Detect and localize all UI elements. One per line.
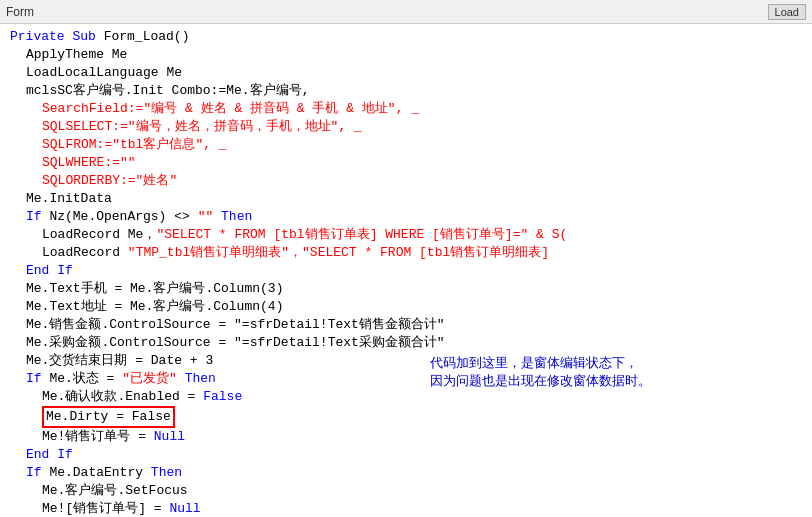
- line-content: If Me.状态 = "已发货" Then: [0, 370, 216, 388]
- line-content: Me.销售金额.ControlSource = "=sfrDetail!Text…: [0, 316, 445, 334]
- code-token: Me!销售订单号 =: [42, 429, 154, 444]
- code-token: Me![销售订单号] =: [42, 501, 169, 516]
- code-token: Me.DataEntry: [49, 465, 150, 480]
- code-line: End If: [0, 262, 812, 280]
- code-line: LoadRecord "TMP_tbl销售订单明细表"，"SELECT * FR…: [0, 244, 812, 262]
- code-line: End If: [0, 446, 812, 464]
- code-line: Me.InitData: [0, 190, 812, 208]
- code-line: mclsSC客户编号.Init Combo:=Me.客户编号,: [0, 82, 812, 100]
- line-content: SQLWHERE:="": [0, 154, 136, 172]
- line-content: Private Sub Form_Load(): [0, 28, 189, 46]
- code-token: Then: [177, 371, 216, 386]
- line-content: Me.InitData: [0, 190, 112, 208]
- code-token: End If: [26, 263, 73, 278]
- line-content: Me.交货结束日期 = Date + 3: [0, 352, 213, 370]
- code-line: Me.Dirty = False: [0, 406, 812, 428]
- highlighted-code: Me.Dirty = False: [42, 406, 175, 428]
- code-token: Null: [169, 501, 200, 516]
- line-content: End If: [0, 446, 73, 464]
- code-token: "SELECT * FROM [tbl销售订单表] WHERE [销售订单号]=…: [156, 227, 567, 242]
- line-content: If Nz(Me.OpenArgs) <> "" Then: [0, 208, 252, 226]
- line-content: If Me.DataEntry Then: [0, 464, 182, 482]
- code-line: SQLSELECT:="编号，姓名，拼音码，手机，地址", _: [0, 118, 812, 136]
- code-token: mclsSC客户编号.Init Combo:=Me.客户编号,: [26, 83, 309, 98]
- line-content: Me.Text地址 = Me.客户编号.Column(4): [0, 298, 283, 316]
- code-token: False: [203, 389, 242, 404]
- code-token: Nz(Me.OpenArgs) <>: [49, 209, 197, 224]
- code-token: LoadLocalLanguage Me: [26, 65, 182, 80]
- line-content: LoadRecord Me，"SELECT * FROM [tbl销售订单表] …: [0, 226, 567, 244]
- code-token: Null: [154, 429, 185, 444]
- code-token: Me.销售金额.ControlSource = "=sfrDetail!Text…: [26, 317, 445, 332]
- code-token: LoadRecord: [42, 245, 128, 260]
- code-token: SQLSELECT:="编号，姓名，拼音码，手机，地址", _: [42, 119, 362, 134]
- code-line: Me!销售订单号 = Null: [0, 428, 812, 446]
- line-content: SQLSELECT:="编号，姓名，拼音码，手机，地址", _: [0, 118, 362, 136]
- code-token: Me.采购金额.ControlSource = "=sfrDetail!Text…: [26, 335, 445, 350]
- line-content: Me!销售订单号 = Null: [0, 428, 185, 446]
- line-content: End If: [0, 262, 73, 280]
- dropdown-btn-right[interactable]: Load: [768, 4, 806, 20]
- code-line: LoadLocalLanguage Me: [0, 64, 812, 82]
- code-line: Me.交货结束日期 = Date + 3: [0, 352, 812, 370]
- code-token: "TMP_tbl销售订单明细表"，"SELECT * FROM [tbl销售订单…: [128, 245, 549, 260]
- code-line: Me.采购金额.ControlSource = "=sfrDetail!Text…: [0, 334, 812, 352]
- code-line: Me![销售订单号] = Null: [0, 500, 812, 517]
- title-bar-left: Form: [6, 5, 34, 19]
- line-content: SQLORDERBY:="姓名": [0, 172, 177, 190]
- code-line: SQLFROM:="tbl客户信息", _: [0, 136, 812, 154]
- code-token: Me.交货结束日期 = Date + 3: [26, 353, 213, 368]
- code-token: SearchField:="编号 & 姓名 & 拼音码 & 手机 & 地址", …: [42, 101, 419, 116]
- code-line: SearchField:="编号 & 姓名 & 拼音码 & 手机 & 地址", …: [0, 100, 812, 118]
- code-token: Form_Load(): [104, 29, 190, 44]
- code-token: End If: [26, 447, 73, 462]
- code-token: Me.状态 =: [49, 371, 122, 386]
- code-token: "": [198, 209, 214, 224]
- code-line: If Nz(Me.OpenArgs) <> "" Then: [0, 208, 812, 226]
- code-token: Me.确认收款.Enabled =: [42, 389, 203, 404]
- editor-container: Form Load Private Sub Form_Load()ApplyTh…: [0, 0, 812, 517]
- code-token: Me.Text地址 = Me.客户编号.Column(4): [26, 299, 283, 314]
- line-content: Me.客户编号.SetFocus: [0, 482, 188, 500]
- line-content: SQLFROM:="tbl客户信息", _: [0, 136, 227, 154]
- code-line: Me.确认收款.Enabled = False: [0, 388, 812, 406]
- line-content: mclsSC客户编号.Init Combo:=Me.客户编号,: [0, 82, 309, 100]
- code-token: LoadRecord Me，: [42, 227, 156, 242]
- code-token: Private Sub: [10, 29, 104, 44]
- code-line: Me.Text地址 = Me.客户编号.Column(4): [0, 298, 812, 316]
- line-content: Me.采购金额.ControlSource = "=sfrDetail!Text…: [0, 334, 445, 352]
- line-content: SearchField:="编号 & 姓名 & 拼音码 & 手机 & 地址", …: [0, 100, 419, 118]
- code-line: ApplyTheme Me: [0, 46, 812, 64]
- code-token: If: [26, 209, 49, 224]
- code-line: If Me.DataEntry Then: [0, 464, 812, 482]
- code-content: Private Sub Form_Load()ApplyTheme MeLoad…: [0, 24, 812, 517]
- code-token: SQLFROM:="tbl客户信息", _: [42, 137, 227, 152]
- line-content: Me.Text手机 = Me.客户编号.Column(3): [0, 280, 283, 298]
- code-line: SQLORDERBY:="姓名": [0, 172, 812, 190]
- code-line: SQLWHERE:="": [0, 154, 812, 172]
- code-token: SQLWHERE:="": [42, 155, 136, 170]
- title-bar-right[interactable]: Load: [768, 4, 806, 20]
- code-area: Private Sub Form_Load()ApplyTheme MeLoad…: [0, 24, 812, 517]
- code-token: Then: [151, 465, 182, 480]
- code-line: Me.销售金额.ControlSource = "=sfrDetail!Text…: [0, 316, 812, 334]
- line-content: ApplyTheme Me: [0, 46, 127, 64]
- code-token: If: [26, 371, 49, 386]
- code-token: "已发货": [122, 371, 177, 386]
- title-bar: Form Load: [0, 0, 812, 24]
- code-line: LoadRecord Me，"SELECT * FROM [tbl销售订单表] …: [0, 226, 812, 244]
- line-content: LoadLocalLanguage Me: [0, 64, 182, 82]
- code-token: Me.客户编号.SetFocus: [42, 483, 188, 498]
- code-line: If Me.状态 = "已发货" Then: [0, 370, 812, 388]
- code-token: If: [26, 465, 49, 480]
- code-token: ApplyTheme Me: [26, 47, 127, 62]
- code-token: SQLORDERBY:="姓名": [42, 173, 177, 188]
- code-token: Then: [213, 209, 252, 224]
- line-content: Me.确认收款.Enabled = False: [0, 388, 242, 406]
- code-line: Private Sub Form_Load(): [0, 28, 812, 46]
- line-content: LoadRecord "TMP_tbl销售订单明细表"，"SELECT * FR…: [0, 244, 549, 262]
- code-token: Me.InitData: [26, 191, 112, 206]
- code-line: Me.客户编号.SetFocus: [0, 482, 812, 500]
- code-token: Me.Text手机 = Me.客户编号.Column(3): [26, 281, 283, 296]
- line-content: Me![销售订单号] = Null: [0, 500, 201, 517]
